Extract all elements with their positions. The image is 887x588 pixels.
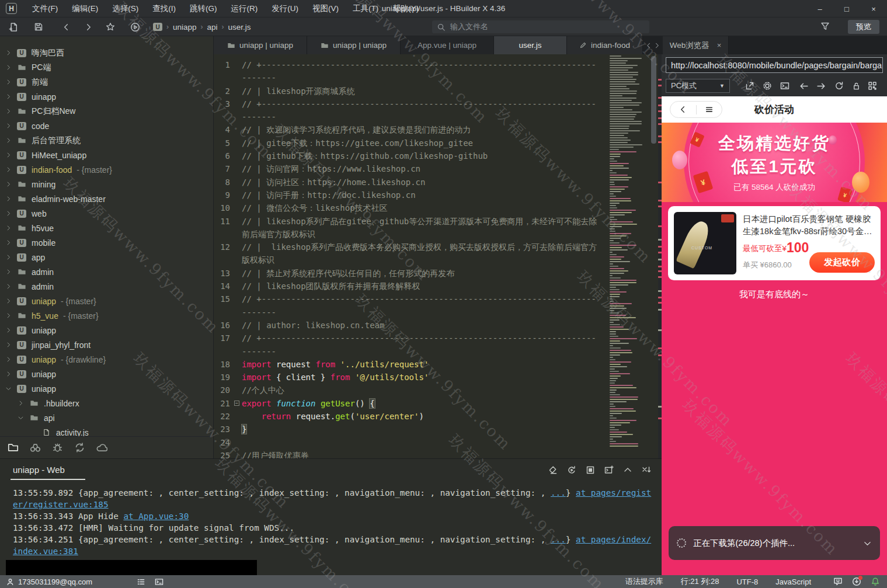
tree-item-uniapp[interactable]: Uuniapp - {master} (0, 294, 213, 308)
tab-web-browser[interactable]: Web浏览器 × (663, 36, 729, 54)
menu-item-5[interactable]: 运行(R) (224, 0, 265, 18)
code-line-1[interactable]: 1// +-----------------------------------… (214, 58, 608, 85)
preview-button[interactable]: 预览 (848, 20, 879, 34)
restart-icon[interactable] (567, 464, 576, 475)
tree-item-app[interactable]: Uapp (0, 250, 213, 265)
chevron-collapsed-icon[interactable] (5, 196, 12, 202)
code-line-6[interactable]: 6// | github下载：https://github.com/likesh… (214, 149, 608, 162)
chevron-expanded-icon[interactable] (5, 385, 12, 392)
bookmark-star-button[interactable] (104, 20, 117, 33)
chevron-collapsed-icon[interactable] (5, 239, 12, 246)
chevron-collapsed-icon[interactable] (5, 181, 12, 187)
new-terminal-icon[interactable] (604, 464, 614, 475)
code-line-16[interactable]: 16// | author: likeshop.cn.team (214, 319, 608, 332)
tab-uniapp-uniapp[interactable]: uniapp | uniapp (307, 36, 401, 54)
minimize-button[interactable]: – (806, 0, 833, 18)
bargain-product-card[interactable]: CUSTOM 日本进口pilot百乐贵客钢笔 硬橡胶生漆18k金笔fkv-88s… (668, 206, 881, 280)
save-button[interactable] (32, 20, 45, 33)
tree-item-uniapp[interactable]: Uuniapp (0, 381, 213, 396)
tree-item-uniapp[interactable]: Uuniapp (0, 367, 213, 381)
chevron-collapsed-icon[interactable] (17, 400, 24, 406)
menu-hamburger-icon[interactable] (697, 105, 722, 114)
tree-item-api[interactable]: api (0, 410, 213, 425)
open-external-icon[interactable] (743, 79, 756, 92)
tree-item-uniapp[interactable]: Uuniapp (0, 323, 213, 338)
new-file-button[interactable] (7, 20, 20, 33)
code-editor[interactable]: 1// +-----------------------------------… (214, 54, 662, 458)
breadcrumb-folder[interactable]: api (207, 23, 218, 32)
close-button[interactable]: × (860, 0, 887, 18)
url-bar[interactable]: http://localhost:8080/mobile/bundle/page… (666, 57, 883, 73)
toast-collapse-icon[interactable] (863, 538, 872, 548)
search-binoculars-icon[interactable] (28, 441, 42, 455)
code-line-22[interactable]: 22 return request.get('user/center') (214, 410, 608, 423)
code-line-9[interactable]: 9// | 访问手册：http://doc.likeshop.cn (214, 189, 608, 201)
chevron-collapsed-icon[interactable] (5, 342, 12, 348)
maximize-button[interactable]: □ (833, 0, 860, 18)
chevron-collapsed-icon[interactable] (5, 269, 12, 275)
tree-item-activity-js[interactable]: activity.js (0, 425, 213, 436)
menu-item-3[interactable]: 查找(I) (145, 0, 183, 18)
status-item-1[interactable]: 行:21 列:28 (681, 576, 719, 587)
code-line-3[interactable]: 3// +-----------------------------------… (214, 98, 608, 124)
tree-item-uniapp[interactable]: Uuniapp - {drawkline} (0, 352, 213, 367)
chevron-collapsed-icon[interactable] (5, 166, 12, 173)
tree-item-h5-vue[interactable]: h5_vue - {master} (0, 308, 213, 323)
chevron-collapsed-icon[interactable] (5, 225, 12, 231)
project-manager-icon[interactable] (6, 441, 20, 455)
refresh-icon[interactable] (833, 79, 846, 92)
console-link[interactable]: ... (551, 488, 566, 497)
console-link[interactable]: at App.vue:30 (123, 512, 189, 521)
code-line-20[interactable]: 20//个人中心 (214, 384, 608, 396)
code-line-23[interactable]: 23} (214, 423, 608, 436)
file-search-input[interactable]: 输入文件名 (432, 20, 649, 33)
tree-item-后台管理系统[interactable]: 后台管理系统 (0, 133, 213, 148)
chevron-collapsed-icon[interactable] (5, 254, 12, 260)
notification-bell-icon[interactable] (871, 577, 880, 586)
qr-code-icon[interactable] (866, 79, 879, 92)
console-tab-title[interactable]: uniapp - Web (13, 465, 65, 475)
tree-item-嗨淘巴西[interactable]: U嗨淘巴西 (0, 46, 213, 60)
chevron-collapsed-icon[interactable] (5, 356, 12, 363)
tab-uniapp-uniapp[interactable]: uniapp | uniapp (214, 36, 307, 54)
menu-item-1[interactable]: 编辑(E) (65, 0, 105, 18)
tree-item-web[interactable]: Uweb (0, 206, 213, 221)
breadcrumb-file[interactable]: user.js (228, 23, 251, 32)
code-line-15[interactable]: 15// +----------------------------------… (214, 293, 608, 319)
code-line-24[interactable]: 24 (214, 436, 608, 449)
code-line-19[interactable]: 19import { client } from '@/utils/tools' (214, 371, 608, 384)
start-bargain-button[interactable]: 发起砍价 (809, 252, 875, 273)
code-line-13[interactable]: 13// | 禁止对系统程序代码以任何目的，任何形式的再发布 (214, 267, 608, 280)
menu-item-7[interactable]: 视图(V) (305, 0, 346, 18)
chevron-collapsed-icon[interactable] (5, 152, 12, 158)
minimap[interactable] (608, 55, 649, 458)
chevron-collapsed-icon[interactable] (5, 312, 12, 319)
breadcrumb-project[interactable]: uniapp (173, 23, 197, 32)
tree-item-mining[interactable]: mining (0, 177, 213, 192)
console-link[interactable]: ... (551, 535, 566, 544)
tree-item-PC端[interactable]: PC端 (0, 60, 213, 75)
code-line-25[interactable]: 25//用户领取优惠券 (214, 449, 608, 458)
tree-item-前端[interactable]: U前端 (0, 75, 213, 89)
tree-item-eladmin-web-master[interactable]: eladmin-web-master (0, 192, 213, 206)
code-line-14[interactable]: 14// | likeshop团队版权所有并拥有最终解释权 (214, 280, 608, 293)
tree-item-HiMeet-uniapp[interactable]: UHiMeet_uniapp (0, 148, 213, 162)
forward-button[interactable] (82, 20, 95, 33)
menu-item-6[interactable]: 发行(U) (265, 0, 305, 18)
run-button[interactable] (128, 20, 141, 33)
tab-close-icon[interactable]: × (717, 41, 722, 50)
code-line-17[interactable]: 17// +----------------------------------… (214, 332, 608, 358)
tree-item-indian-food[interactable]: Uindian-food - {master} (0, 162, 213, 177)
chevron-collapsed-icon[interactable] (5, 210, 12, 217)
status-item-0[interactable]: 语法提示库 (625, 576, 663, 587)
chevron-collapsed-icon[interactable] (5, 137, 12, 144)
tree-item-uinapp[interactable]: Uuinapp (0, 89, 213, 104)
close-panel-icon[interactable] (642, 464, 651, 475)
code-line-7[interactable]: 7// | 访问官网：https://www.likeshop.cn (214, 162, 608, 175)
lock-icon[interactable] (850, 79, 862, 92)
chevron-collapsed-icon[interactable] (5, 79, 12, 85)
editor-scrollbar[interactable] (651, 54, 657, 458)
task-list-icon[interactable] (137, 577, 145, 586)
tab-user-js[interactable]: user.js (494, 36, 567, 54)
devtools-console-icon[interactable] (778, 79, 791, 92)
